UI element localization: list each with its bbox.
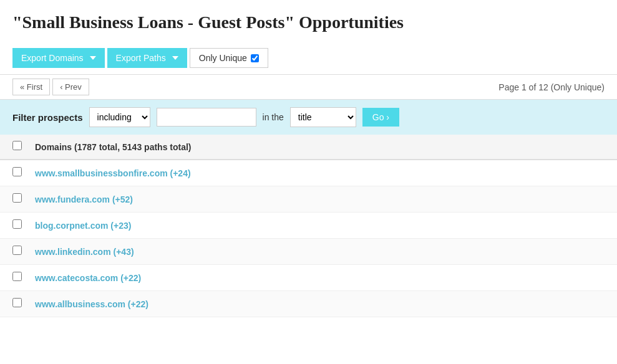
domain-link[interactable]: www.catecosta.com (+22) <box>35 273 141 283</box>
only-unique-checkbox[interactable] <box>251 54 259 62</box>
pagination-row: « First ‹ Prev Page 1 of 12 (Only Unique… <box>0 74 617 100</box>
export-paths-label: Export Paths <box>116 53 166 63</box>
export-paths-arrow-icon <box>172 56 178 60</box>
domain-link[interactable]: www.smallbusinessbonfire.com (+24) <box>35 168 191 178</box>
export-domains-arrow-icon <box>90 56 96 60</box>
filter-row: Filter prospects including excluding in … <box>0 100 617 135</box>
page-title: "Small Business Loans - Guest Posts" Opp… <box>0 0 617 42</box>
filter-field-select[interactable]: title url anchor description <box>290 107 356 127</box>
filter-label: Filter prospects <box>12 112 83 123</box>
filter-text-input[interactable] <box>157 108 256 127</box>
export-domains-button[interactable]: Export Domains <box>12 48 105 68</box>
export-paths-button[interactable]: Export Paths <box>107 48 187 68</box>
in-the-label: in the <box>263 112 284 122</box>
row-checkbox[interactable] <box>12 167 22 176</box>
domain-link[interactable]: www.allbusiness.com (+22) <box>35 299 148 309</box>
domain-link[interactable]: www.fundera.com (+52) <box>35 194 133 204</box>
only-unique-label[interactable]: Only Unique <box>190 48 268 68</box>
prev-button[interactable]: ‹ Prev <box>52 79 89 95</box>
domain-link[interactable]: blog.corpnet.com (+23) <box>35 221 131 231</box>
table-row: www.smallbusinessbonfire.com (+24) <box>0 160 617 186</box>
go-button[interactable]: Go › <box>362 108 399 127</box>
row-checkbox[interactable] <box>12 272 22 281</box>
domains-header: Domains (1787 total, 5143 paths total) <box>35 142 605 152</box>
first-button[interactable]: « First <box>12 79 50 95</box>
table-row: www.fundera.com (+52) <box>0 186 617 213</box>
only-unique-text: Only Unique <box>199 53 247 63</box>
table-row: www.linkedin.com (+43) <box>0 239 617 265</box>
table-row: blog.corpnet.com (+23) <box>0 213 617 239</box>
select-all-checkbox[interactable] <box>12 141 22 150</box>
toolbar: Export Domains Export Paths Only Unique <box>0 42 617 74</box>
table-header: Domains (1787 total, 5143 paths total) <box>0 135 617 160</box>
row-checkbox[interactable] <box>12 246 22 255</box>
row-checkbox[interactable] <box>12 298 22 307</box>
export-domains-label: Export Domains <box>21 53 84 63</box>
table-row: www.catecosta.com (+22) <box>0 265 617 291</box>
page-info: Page 1 of 12 (Only Unique) <box>498 82 605 92</box>
table-body: www.smallbusinessbonfire.com (+24) www.f… <box>0 160 617 317</box>
domains-table: Domains (1787 total, 5143 paths total) <box>0 135 617 160</box>
pagination-buttons: « First ‹ Prev <box>12 79 89 95</box>
domain-link[interactable]: www.linkedin.com (+43) <box>35 247 134 257</box>
filter-type-select[interactable]: including excluding <box>89 107 150 127</box>
row-checkbox[interactable] <box>12 219 22 229</box>
table-row: www.allbusiness.com (+22) <box>0 291 617 317</box>
row-checkbox[interactable] <box>12 193 22 203</box>
